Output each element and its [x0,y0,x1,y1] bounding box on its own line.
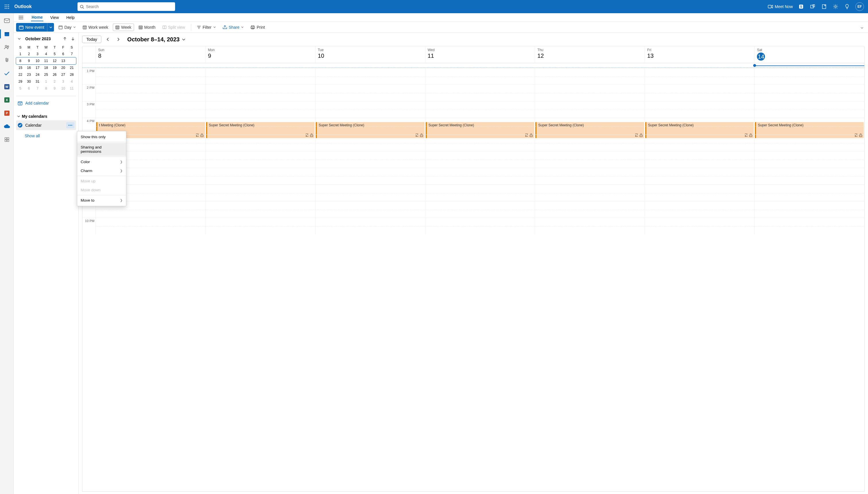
day-header-cell[interactable]: Sat14 [754,46,864,63]
time-grid-cell[interactable] [315,68,425,84]
time-grid-cell[interactable] [205,184,315,201]
time-grid-cell[interactable] [645,168,755,184]
rail-powerpoint-icon[interactable]: P [3,110,10,117]
mini-cal-day[interactable]: 7 [33,85,42,92]
day-header-cell[interactable]: Tue10 [315,46,425,63]
today-button[interactable]: Today [82,36,101,43]
time-grid-cell[interactable] [535,118,645,134]
mini-cal-week-row[interactable]: 891011121314 [16,57,76,64]
calendar-list-item[interactable]: Calendar [16,120,76,130]
calendar-more-button[interactable] [66,122,74,128]
mini-cal-day[interactable]: 2 [50,78,59,85]
my-calendars-group[interactable]: My calendars [16,112,76,120]
share-button[interactable]: Share [220,24,246,31]
time-grid-cell[interactable] [535,151,645,168]
day-header-cell[interactable]: Sun8 [96,46,205,63]
mini-cal-day[interactable]: 9 [50,85,59,92]
mini-cal-day[interactable]: 7 [67,51,76,57]
time-grid-cell[interactable] [96,84,205,101]
time-grid-cell[interactable] [535,201,645,218]
mini-cal-day[interactable]: 11 [67,85,76,92]
time-grid-cell[interactable] [205,218,315,234]
time-grid-cell[interactable] [205,101,315,118]
time-grid-cell[interactable] [754,184,864,201]
time-grid-cell[interactable] [315,201,425,218]
mini-cal-day[interactable]: 21 [67,64,76,71]
rail-word-icon[interactable]: W [3,83,10,90]
mini-cal-week-row[interactable]: 15161718192021 [16,64,76,71]
mini-cal-day[interactable]: 22 [16,71,25,78]
time-grid-cell[interactable] [754,68,864,84]
time-grid-cell[interactable] [96,68,205,84]
filter-button[interactable]: Filter [195,24,218,31]
view-day-button[interactable]: Day [56,24,78,31]
time-grid-cell[interactable] [315,184,425,201]
tab-help[interactable]: Help [66,14,75,21]
ctx-color[interactable]: Color❯ [77,157,126,166]
mini-cal-day[interactable]: 25 [42,71,51,78]
time-grid-cell[interactable] [425,68,535,84]
time-grid-cell[interactable] [425,118,535,134]
mini-cal-day[interactable]: 8 [16,57,25,64]
nav-toggle-button[interactable] [17,14,25,21]
mini-cal-day[interactable]: 6 [59,51,67,57]
time-grid-cell[interactable] [425,201,535,218]
mini-cal-day[interactable]: 3 [33,51,42,57]
time-grid-cell[interactable] [535,84,645,101]
time-grid-cell[interactable] [205,84,315,101]
day-header-cell[interactable]: Wed11 [425,46,535,63]
new-event-dropdown[interactable] [47,23,54,32]
time-grid-cell[interactable] [645,218,755,234]
time-grid-cell[interactable] [645,101,755,118]
skype-icon[interactable]: S [798,3,804,10]
time-grid-cell[interactable] [425,151,535,168]
tips-icon[interactable] [844,3,850,10]
time-grid-cell[interactable] [645,184,755,201]
account-avatar[interactable]: EF [855,2,864,11]
day-header-cell[interactable]: Fri13 [645,46,755,63]
time-grid-cell[interactable] [315,218,425,234]
mini-cal-week-row[interactable]: 1234567 [16,51,76,57]
mini-cal-day[interactable]: 4 [67,78,76,85]
time-grid-cell[interactable] [754,218,864,234]
time-grid-cell[interactable] [645,134,755,151]
new-event-button[interactable]: New event [16,23,54,32]
mini-cal-week-row[interactable]: 2930311234 [16,78,76,85]
rail-mail-icon[interactable] [3,17,10,24]
time-grid-cell[interactable] [535,101,645,118]
time-grid-cell[interactable] [205,68,315,84]
day-header-cell[interactable]: Mon9 [205,46,315,63]
time-grid-cell[interactable] [754,201,864,218]
rail-people-icon[interactable] [3,44,10,51]
mini-cal-day[interactable]: 2 [25,51,33,57]
mini-cal-day[interactable]: 8 [42,85,51,92]
mini-cal-day[interactable]: 10 [59,85,67,92]
time-grid-cell[interactable] [315,101,425,118]
mini-cal-day[interactable]: 15 [16,64,25,71]
time-grid-cell[interactable] [645,84,755,101]
tab-view[interactable]: View [50,14,59,21]
mini-cal-day[interactable]: 20 [59,64,67,71]
rail-more-apps-icon[interactable] [3,136,10,143]
mini-cal-day[interactable]: 24 [33,71,42,78]
notes-icon[interactable] [821,3,827,10]
rail-todo-icon[interactable] [3,70,10,77]
time-grid-cell[interactable] [754,101,864,118]
view-workweek-button[interactable]: Work week [80,24,111,31]
time-grid-cell[interactable] [754,168,864,184]
time-grid-cell[interactable] [645,118,755,134]
time-grid-cell[interactable] [205,201,315,218]
mini-cal-day[interactable]: 9 [25,57,33,64]
ctx-sharing-permissions[interactable]: Sharing and permissions [77,143,126,156]
mini-cal-day[interactable]: 31 [33,78,42,85]
ctx-show-only[interactable]: Show this only [77,132,126,141]
calendar-checkbox[interactable] [18,123,22,128]
time-grid-cell[interactable] [315,168,425,184]
mini-cal-day[interactable]: 28 [67,71,76,78]
time-grid-cell[interactable] [315,151,425,168]
ribbon-expand-button[interactable] [861,25,866,30]
mini-cal-day[interactable]: 1 [42,78,51,85]
new-event-main[interactable]: New event [16,25,47,30]
prev-week-button[interactable] [104,36,112,43]
time-grid-cell[interactable] [205,168,315,184]
